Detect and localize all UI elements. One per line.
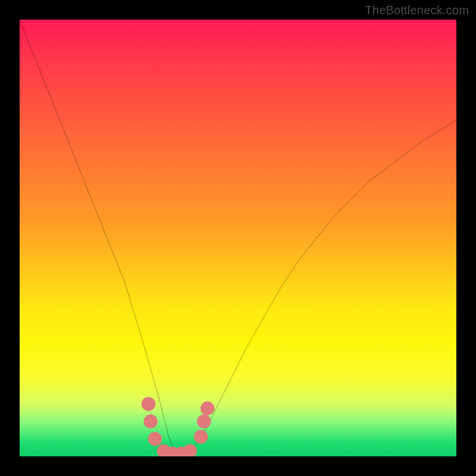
marker-dot [148, 432, 162, 446]
curve-markers [142, 397, 215, 456]
marker-dot [194, 430, 208, 443]
chart-plot-area [20, 20, 456, 456]
marker-dot [183, 444, 197, 456]
chart-svg [20, 20, 456, 456]
marker-dot [201, 402, 214, 415]
watermark-text: TheBottleneck.com [365, 4, 469, 17]
marker-dot [197, 415, 211, 428]
curve-line [20, 20, 456, 454]
chart-frame: TheBottleneck.com [0, 0, 476, 476]
marker-dot [142, 397, 155, 411]
marker-dot [143, 415, 157, 428]
